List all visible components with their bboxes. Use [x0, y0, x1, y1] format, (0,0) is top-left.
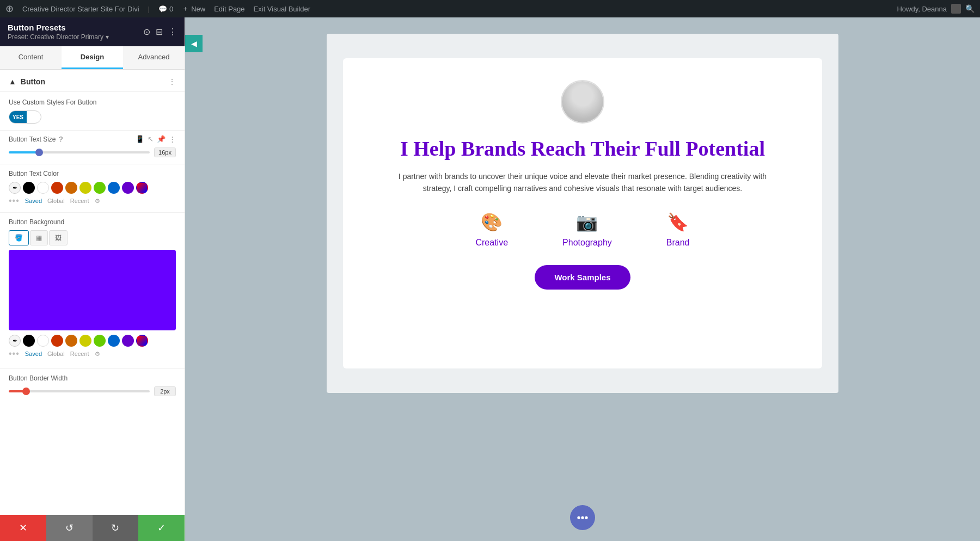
color-swatch-purple[interactable] — [122, 182, 134, 194]
sidebar-content: ▲ Button ⋮ Use Custom Styles For Button … — [0, 70, 185, 515]
undo-button[interactable]: ↺ — [46, 515, 93, 541]
color-swatch-black[interactable] — [23, 182, 35, 194]
bg-saved-label[interactable]: Saved — [25, 351, 42, 357]
bg-color-swatches: ✒ — [9, 335, 176, 347]
bg-swatch-red[interactable] — [51, 335, 63, 347]
bg-color-preview[interactable] — [9, 250, 176, 330]
bg-swatch-white[interactable] — [37, 335, 49, 347]
main-layout: Button Presets Preset: Creative Director… — [0, 17, 980, 541]
mobile-icon[interactable]: 📱 — [136, 135, 144, 143]
ellipsis-icon: ••• — [577, 512, 588, 524]
sidebar-panel: Button Presets Preset: Creative Director… — [0, 17, 185, 541]
bg-type-tabs: 🪣 ▦ 🖼 — [9, 230, 176, 245]
wp-logo-icon[interactable]: ⊕ — [5, 3, 14, 15]
recent-label[interactable]: Recent — [70, 198, 89, 204]
tab-content[interactable]: Content — [0, 46, 62, 69]
more-colors-dots[interactable]: ••• — [9, 196, 20, 206]
button-section-header: ▲ Button ⋮ — [0, 70, 185, 92]
color-swatch-white[interactable] — [37, 182, 49, 194]
save-button[interactable]: ✓ — [138, 515, 185, 541]
tab-design[interactable]: Design — [62, 46, 123, 69]
bg-label: Button Background — [9, 218, 176, 226]
avatar-image — [562, 81, 603, 122]
photography-label: Photography — [562, 238, 612, 248]
plus-icon: ＋ — [182, 4, 189, 14]
bg-global-label[interactable]: Global — [47, 351, 65, 357]
saved-label[interactable]: Saved — [25, 198, 42, 204]
bg-eyedropper-tool[interactable]: ✒ — [9, 335, 21, 347]
more-icon[interactable]: ⋮ — [168, 27, 177, 37]
comment-icon: 💬 — [158, 5, 167, 13]
color-swatch-yellow[interactable] — [79, 182, 91, 194]
hero-subtitle: I partner with brands to uncover their u… — [397, 170, 768, 195]
text-size-value: 16px — [154, 147, 176, 157]
border-width-slider[interactable] — [9, 390, 150, 392]
settings-icon[interactable]: ⚙ — [95, 198, 100, 205]
canvas-inner: I Help Brands Reach Their Full Potential… — [327, 34, 838, 393]
chevron-down-icon[interactable]: ▾ — [106, 33, 109, 41]
collapse-icon[interactable]: ▲ — [9, 77, 16, 86]
bg-swatch-yellow[interactable] — [79, 335, 91, 347]
toggle-sidebar-button[interactable]: ◀ — [185, 35, 203, 52]
user-avatar-icon — [951, 4, 961, 14]
border-label: Button Border Width — [9, 374, 176, 382]
edit-page-link[interactable]: Edit Page — [214, 5, 244, 13]
color-swatch-green[interactable] — [94, 182, 106, 194]
color-swatch-red[interactable] — [51, 182, 63, 194]
pin-icon[interactable]: 📌 — [157, 135, 166, 143]
paint-bucket-icon: 🪣 — [15, 234, 23, 242]
text-color-section: Button Text Color ✒ ••• Saved Glob — [0, 164, 185, 213]
exit-builder-link[interactable]: Exit Visual Builder — [254, 5, 311, 13]
eyedropper-tool[interactable]: ✒ — [9, 182, 21, 194]
bg-tab-image[interactable]: 🖼 — [49, 230, 68, 245]
panel-title: Button Presets — [8, 23, 109, 32]
custom-styles-toggle-row: Use Custom Styles For Button YES — [0, 92, 185, 131]
columns-icon[interactable]: ⊟ — [156, 27, 163, 37]
bg-swatch-green[interactable] — [94, 335, 106, 347]
bg-swatch-gradient[interactable] — [136, 335, 148, 347]
cursor-icon[interactable]: ↖ — [148, 135, 154, 143]
border-width-row: Button Border Width 2px — [0, 369, 185, 402]
text-size-slider[interactable] — [9, 151, 150, 153]
help-icon[interactable]: ? — [59, 136, 63, 143]
redo-button[interactable]: ↻ — [93, 515, 139, 541]
color-swatch-blue[interactable] — [108, 182, 120, 194]
tab-advanced[interactable]: Advanced — [123, 46, 185, 69]
color-swatch-orange[interactable] — [65, 182, 77, 194]
global-label[interactable]: Global — [47, 198, 65, 204]
sidebar-actions: ✕ ↺ ↻ ✓ — [0, 515, 185, 541]
palette-icon: 🎨 — [481, 212, 503, 232]
icon-brand: 🔖 Brand — [666, 212, 690, 248]
fab-button[interactable]: ••• — [570, 505, 595, 530]
color-swatch-gradient[interactable] — [136, 182, 148, 194]
bg-swatch-orange[interactable] — [65, 335, 77, 347]
bg-more-dots[interactable]: ••• — [9, 349, 20, 359]
section-more-icon[interactable]: ⋮ — [168, 77, 176, 86]
user-menu[interactable]: Howdy, Deanna 🔍 — [897, 4, 975, 14]
bg-swatch-blue[interactable] — [108, 335, 120, 347]
bg-swatch-black[interactable] — [23, 335, 35, 347]
slider-more-icon[interactable]: ⋮ — [169, 135, 176, 143]
new-link[interactable]: ＋ New — [182, 4, 205, 14]
gradient-icon: ▦ — [36, 234, 42, 242]
bg-swatch-purple[interactable] — [122, 335, 134, 347]
hero-avatar — [561, 80, 604, 124]
bg-settings-icon[interactable]: ⚙ — [95, 351, 100, 358]
camera-icon: 📷 — [576, 212, 598, 232]
bg-recent-label[interactable]: Recent — [70, 351, 89, 357]
site-name[interactable]: Creative Director Starter Site For Divi — [22, 5, 139, 13]
hero-title: I Help Brands Reach Their Full Potential — [400, 137, 765, 162]
bg-tab-gradient[interactable]: ▦ — [30, 230, 48, 245]
close-button[interactable]: ✕ — [0, 515, 46, 541]
custom-styles-toggle[interactable]: YES — [9, 110, 41, 124]
search-icon[interactable]: 🔍 — [965, 4, 975, 13]
text-color-swatches: ✒ — [9, 182, 176, 194]
comments-link[interactable]: 💬 0 — [158, 5, 173, 13]
icon-photography: 📷 Photography — [562, 212, 612, 248]
work-samples-button[interactable]: Work Samples — [535, 265, 630, 290]
fullscreen-icon[interactable]: ⊙ — [143, 27, 150, 37]
text-color-label: Button Text Color — [9, 170, 176, 177]
bg-tab-color[interactable]: 🪣 — [9, 230, 29, 245]
sidebar-toggle: ◀ — [185, 35, 203, 52]
sidebar-tabs: Content Design Advanced — [0, 46, 185, 70]
